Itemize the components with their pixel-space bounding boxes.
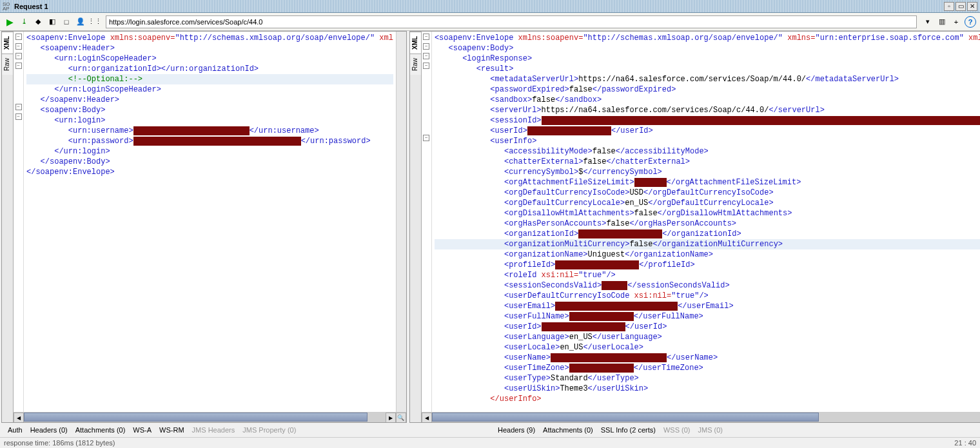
- tab-jms----[interactable]: JMS (0): [698, 426, 723, 434]
- status-bar: response time: 186ms (1812 bytes) 21 : 4…: [0, 437, 980, 448]
- tool-icon[interactable]: ◆: [32, 16, 44, 28]
- help-icon[interactable]: ?: [965, 16, 976, 28]
- scrollbar-h[interactable]: [432, 413, 980, 422]
- status-cursor-pos: 21 : 40: [954, 439, 976, 447]
- tab-attachments----[interactable]: Attachments (0): [543, 426, 593, 434]
- scrollbar-v[interactable]: [396, 32, 406, 412]
- fold-gutter: −−−−−−: [14, 32, 24, 412]
- raw-tab[interactable]: Raw: [410, 54, 421, 75]
- scroll-left-icon[interactable]: ◀: [422, 413, 432, 422]
- scroll-right-icon[interactable]: ▶: [386, 413, 396, 422]
- tab-headers----[interactable]: Headers (9): [498, 426, 535, 434]
- tab-wss----[interactable]: WSS (0): [663, 426, 691, 434]
- request-tabs: AuthHeaders (0)Attachments (0)WS-AWS-RMJ…: [0, 423, 490, 437]
- raw-tab[interactable]: Raw: [2, 54, 13, 75]
- stop-button[interactable]: ⤓: [18, 16, 30, 28]
- tab-auth[interactable]: Auth: [8, 426, 23, 434]
- window-title: Request 1: [14, 3, 944, 10]
- search-icon[interactable]: 🔍: [396, 413, 406, 422]
- fold-gutter: −−−−−: [422, 32, 432, 412]
- minimize-icon[interactable]: ▫: [944, 2, 954, 11]
- xml-tab[interactable]: XML: [410, 32, 421, 54]
- request-xml-content[interactable]: <soapenv:Envelope xmlns:soapenv="http://…: [24, 32, 396, 412]
- run-button[interactable]: ▶: [4, 16, 15, 28]
- maximize-icon[interactable]: ▭: [956, 2, 966, 11]
- tool-icon-3[interactable]: □: [61, 16, 72, 28]
- tab-jms-headers[interactable]: JMS Headers: [192, 426, 235, 434]
- xml-tab[interactable]: XML: [2, 32, 13, 54]
- tab-jms-property----[interactable]: JMS Property (0): [242, 426, 296, 434]
- tool-icon-2[interactable]: ◧: [46, 16, 58, 28]
- tab-ssl-info----certs-[interactable]: SSL Info (2 certs): [601, 426, 656, 434]
- tool-icon-4[interactable]: ⋮⋮: [89, 16, 101, 28]
- scroll-left-icon[interactable]: ◀: [14, 413, 24, 422]
- status-response-time: response time: 186ms (1812 bytes): [4, 439, 115, 447]
- tab-attachments----[interactable]: Attachments (0): [75, 426, 126, 434]
- titlebar: SO AP Request 1 ▫ ▭ ✕: [0, 0, 980, 13]
- response-tabs: Headers (9)Attachments (0)SSL Info (2 ce…: [490, 423, 980, 437]
- toolbar: ▶ ⤓ ◆ ◧ □ 👤 ⋮⋮ ▾ ▥ + ?: [0, 13, 980, 31]
- tab-ws-rm[interactable]: WS-RM: [159, 426, 184, 434]
- user-icon[interactable]: 👤: [75, 16, 86, 28]
- scrollbar-h[interactable]: [24, 413, 386, 422]
- dropdown-icon[interactable]: ▾: [922, 16, 934, 28]
- tab-ws-a[interactable]: WS-A: [133, 426, 152, 434]
- close-icon[interactable]: ✕: [967, 2, 977, 11]
- response-xml-content[interactable]: <soapenv:Envelope xmlns:soapenv="http://…: [432, 32, 980, 412]
- add-button[interactable]: +: [950, 16, 962, 28]
- endpoint-url[interactable]: [106, 15, 917, 28]
- tab-headers----[interactable]: Headers (0): [30, 426, 68, 434]
- soap-icon: SO AP: [3, 2, 12, 11]
- request-pane: XML Raw −−−−−− <soapenv:Envelope xmlns:s…: [1, 31, 407, 423]
- response-pane: XML Raw −−−−− <soapenv:Envelope xmlns:so…: [409, 31, 980, 423]
- tool-icon-5[interactable]: ▥: [936, 16, 948, 28]
